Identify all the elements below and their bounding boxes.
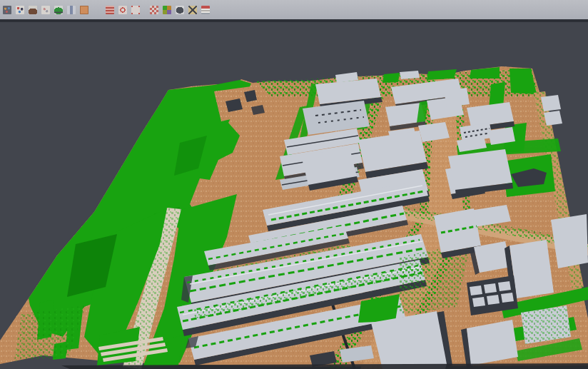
shed-roof <box>484 283 497 293</box>
shed-roof <box>487 295 500 305</box>
sparse-points-button[interactable] <box>40 4 51 16</box>
grid-select-button[interactable] <box>148 4 160 16</box>
point-cloud-scene <box>0 22 588 369</box>
ortho-image-icon <box>80 6 88 14</box>
dtm-surface-button[interactable] <box>53 4 64 16</box>
classify-rows-button[interactable] <box>104 4 116 16</box>
globe-button[interactable] <box>91 4 103 16</box>
grid-select-icon <box>150 6 158 14</box>
toolbar <box>0 0 588 19</box>
bldg-roof <box>444 88 470 107</box>
circle-select-icon <box>118 6 127 14</box>
crop-corners-icon <box>131 6 140 14</box>
terrain-brown-icon <box>29 6 37 14</box>
ortho-image-button[interactable] <box>78 4 90 16</box>
globe-icon <box>93 6 101 14</box>
measure-cross-button[interactable] <box>187 4 198 16</box>
pick-point-icon <box>16 6 24 14</box>
shed-roof <box>470 285 482 295</box>
veg-clump <box>470 67 500 79</box>
pick-point-button[interactable] <box>14 4 26 16</box>
small-roof <box>400 71 420 79</box>
measure-cross-icon <box>188 6 197 14</box>
shed-roof <box>472 297 485 307</box>
dtm-surface-icon <box>54 6 63 14</box>
classify-rows-icon <box>106 6 114 14</box>
shed-roof <box>498 281 511 291</box>
circle-select-button[interactable] <box>117 4 128 16</box>
veg-clump <box>382 73 400 83</box>
crop-corners-button[interactable] <box>130 4 141 16</box>
bldg-roof <box>448 149 512 190</box>
shed-roof <box>501 293 514 303</box>
profile-column-icon <box>67 6 76 14</box>
classification-palette-button[interactable] <box>161 4 173 16</box>
viewport-3d[interactable] <box>0 22 588 369</box>
select-points-icon <box>3 6 11 14</box>
profile-column-button[interactable] <box>66 4 77 16</box>
bldg-roof <box>510 240 554 298</box>
classification-palette-icon <box>163 6 171 14</box>
report-layers-icon <box>201 6 210 14</box>
bldg-roof <box>544 111 562 126</box>
bldg-roof <box>474 241 511 273</box>
app-window: { "window": {"background": "#42454d", "t… <box>0 0 588 369</box>
report-layers-button[interactable] <box>200 4 211 16</box>
bldg-roof <box>541 95 561 111</box>
select-points-button[interactable] <box>1 4 13 16</box>
hillshade-model-icon <box>176 6 184 14</box>
sparse-points-icon <box>41 6 50 14</box>
veg-clump <box>427 69 457 80</box>
terrain-brown-button[interactable] <box>27 4 39 16</box>
hillshade-model-button[interactable] <box>174 4 186 16</box>
